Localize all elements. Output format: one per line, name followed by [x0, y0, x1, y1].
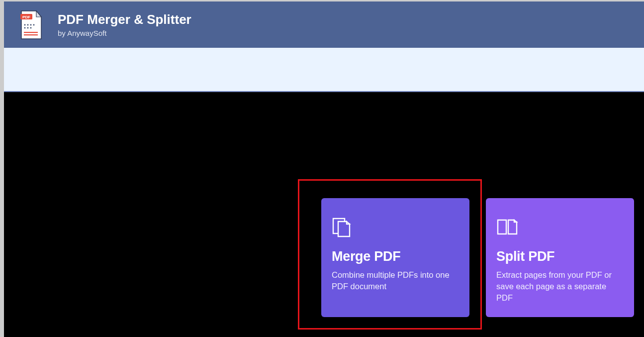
split-card-title: Split PDF — [496, 249, 624, 264]
svg-rect-9 — [24, 32, 38, 33]
svg-rect-12 — [498, 220, 506, 234]
app-header: PDF PDF Merger & Splitter by AnywaySoft — [4, 1, 644, 48]
svg-point-4 — [30, 24, 32, 25]
app-publisher: by AnywaySoft — [58, 29, 191, 37]
svg-point-3 — [27, 24, 29, 25]
svg-point-5 — [33, 24, 35, 25]
svg-point-6 — [24, 27, 26, 28]
split-card-description: Extract pages from your PDF or save each… — [496, 269, 624, 303]
svg-point-8 — [30, 27, 32, 28]
merge-pdf-card[interactable]: Merge PDF Combine multiple PDFs into one… — [321, 198, 469, 317]
content-area: Merge PDF Combine multiple PDFs into one… — [4, 92, 644, 336]
svg-text:PDF: PDF — [22, 14, 30, 19]
svg-rect-10 — [24, 34, 38, 35]
app-logo-icon: PDF — [19, 10, 44, 40]
header-text-block: PDF Merger & Splitter by AnywaySoft — [58, 12, 191, 37]
split-pdf-card[interactable]: Split PDF Extract pages from your PDF or… — [486, 198, 634, 317]
app-window: PDF PDF Merger & Splitter by AnywaySoft — [4, 1, 644, 337]
app-title: PDF Merger & Splitter — [58, 12, 191, 27]
sub-header-band — [4, 48, 644, 92]
svg-point-2 — [24, 24, 26, 25]
merge-card-title: Merge PDF — [332, 249, 459, 264]
svg-point-7 — [27, 27, 29, 28]
split-icon — [496, 217, 624, 238]
merge-card-description: Combine multiple PDFs into one PDF docum… — [332, 269, 459, 292]
merge-icon — [332, 217, 459, 238]
